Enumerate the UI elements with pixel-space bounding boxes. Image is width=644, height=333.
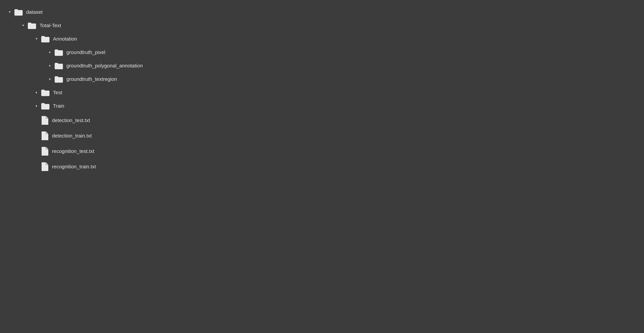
tree-item-groundtruth-pixel[interactable]: groundtruth_pixel	[7, 46, 637, 59]
svg-marker-5	[49, 78, 51, 80]
spacer	[34, 117, 40, 124]
chevron-right-icon	[47, 49, 53, 55]
chevron-down-icon	[34, 36, 40, 42]
spacer	[34, 164, 40, 170]
item-label: recognition_test.txt	[52, 149, 94, 154]
svg-marker-1	[22, 25, 24, 26]
svg-marker-6	[36, 92, 37, 94]
spacer	[34, 133, 40, 139]
folder-icon	[41, 35, 50, 42]
file-icon	[41, 116, 49, 125]
svg-marker-3	[49, 51, 51, 53]
tree-item-groundtruth-polygonal[interactable]: groundtruth_polygonal_annotation	[7, 59, 637, 72]
chevron-down-icon	[20, 22, 26, 28]
tree-item-detection-test[interactable]: detection_test.txt	[7, 113, 637, 128]
folder-icon	[41, 89, 50, 96]
folder-icon	[54, 76, 63, 83]
item-label: detection_train.txt	[52, 133, 92, 138]
svg-marker-4	[49, 65, 51, 67]
tree-item-total-text[interactable]: Total-Text	[7, 19, 637, 32]
file-icon	[41, 146, 49, 156]
tree-item-recognition-test[interactable]: recognition_test.txt	[7, 144, 637, 159]
item-label: Test	[53, 90, 62, 95]
tree-item-test[interactable]: Test	[7, 86, 637, 99]
tree-item-train[interactable]: Train	[7, 99, 637, 113]
item-label: detection_test.txt	[52, 118, 90, 123]
item-label: groundtruth_textregion	[66, 77, 117, 82]
item-label: dataset	[26, 10, 42, 14]
spacer	[34, 148, 40, 154]
chevron-right-icon	[34, 90, 40, 96]
svg-marker-7	[36, 105, 37, 107]
file-tree: dataset Total-Text Annotation	[0, 0, 644, 180]
file-icon	[41, 162, 49, 171]
item-label: groundtruth_pixel	[66, 50, 105, 55]
tree-item-detection-train[interactable]: detection_train.txt	[7, 128, 637, 144]
chevron-right-icon	[47, 76, 53, 82]
item-label: groundtruth_polygonal_annotation	[66, 63, 143, 68]
tree-item-groundtruth-textregion[interactable]: groundtruth_textregion	[7, 72, 637, 86]
folder-icon	[54, 49, 63, 56]
chevron-right-icon	[47, 63, 53, 69]
folder-icon	[28, 22, 36, 29]
folder-icon	[41, 102, 50, 110]
item-label: Total-Text	[40, 23, 61, 28]
item-label: Train	[53, 104, 64, 108]
folder-icon	[54, 62, 63, 70]
folder-icon	[14, 8, 23, 16]
chevron-right-icon	[34, 103, 40, 109]
tree-item-dataset[interactable]: dataset	[7, 5, 637, 19]
file-icon	[41, 131, 49, 140]
chevron-down-icon	[7, 9, 13, 15]
svg-marker-2	[36, 38, 38, 40]
item-label: recognition_train.txt	[52, 164, 96, 169]
svg-marker-0	[9, 12, 11, 13]
tree-item-annotation[interactable]: Annotation	[7, 32, 637, 46]
item-label: Annotation	[53, 36, 77, 42]
tree-item-recognition-train[interactable]: recognition_train.txt	[7, 159, 637, 174]
